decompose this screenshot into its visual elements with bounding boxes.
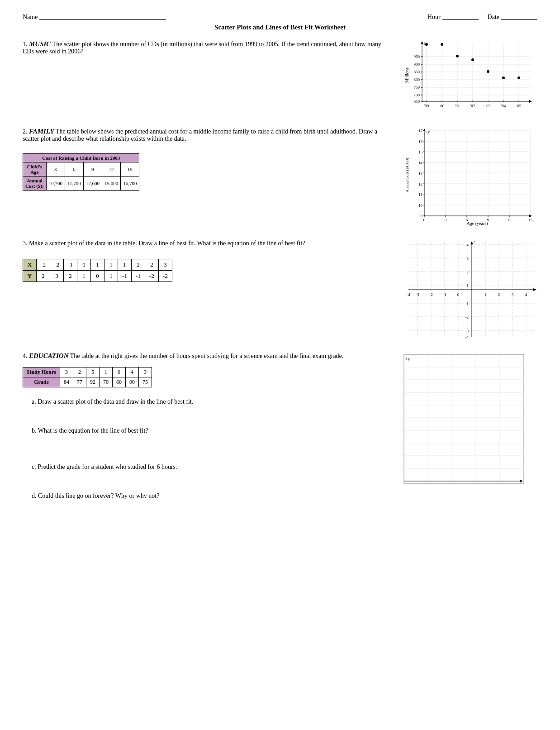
chart-2-svg: Annual Cost ($1000) Age (years) ↑y 9 10 …: [402, 128, 533, 227]
problem-1-text: 1. MUSIC The scatter plot shows the numb…: [23, 40, 393, 55]
sub-question-a: a. Draw a scatter plot of the data and d…: [32, 398, 393, 406]
svg-text:750: 750: [414, 85, 420, 90]
problem-4-left: 4. EDUCATION The table at the right give…: [23, 352, 393, 503]
svg-point-50: [471, 58, 474, 61]
name-section: Name: [23, 14, 166, 21]
svg-text:17: 17: [418, 129, 423, 133]
sh-4: 1: [100, 367, 113, 377]
sub-question-c: c. Predict the grade for a student who s…: [32, 463, 393, 471]
y-val2: 3: [50, 271, 64, 282]
gr-1: 84: [60, 377, 73, 387]
svg-text:'00: '00: [440, 104, 445, 108]
grade-header: Grade: [23, 377, 60, 387]
problem-3-text: 3. Make a scatter plot of the data in th…: [23, 240, 397, 247]
xy-table: X -2 -2 -1 0 1 1 1 2 2 3 Y 2 3 2: [23, 259, 172, 282]
gr-5: 60: [113, 377, 126, 387]
svg-text:Age (years): Age (years): [467, 221, 488, 226]
svg-text:14: 14: [418, 161, 423, 165]
sh-1: 3: [60, 367, 73, 377]
x-val10: 3: [159, 259, 172, 271]
svg-text:Millions: Millions: [404, 67, 409, 83]
problem-4: 4. EDUCATION The table at the right give…: [23, 352, 537, 503]
sub-question-b: b. What is the equation for the line of …: [32, 427, 393, 434]
table-row2-val4: 15,000: [102, 177, 120, 191]
problem-2-text: 2. FAMILY The table below shows the pred…: [23, 128, 393, 191]
svg-text:800: 800: [414, 77, 420, 82]
svg-point-51: [487, 70, 489, 73]
x-val1: -2: [37, 259, 50, 271]
svg-text:↑y: ↑y: [405, 356, 410, 361]
x-val9: 2: [145, 259, 159, 271]
svg-text:0: 0: [457, 292, 460, 297]
svg-text:'02: '02: [470, 104, 475, 108]
svg-text:-2: -2: [429, 292, 433, 297]
x-val2: -2: [50, 259, 64, 271]
problem-1-body: The scatter plot shows the number of CDs…: [23, 41, 381, 55]
table-row1-val5: 15: [121, 162, 139, 177]
problem-2-keyword: FAMILY: [29, 128, 54, 135]
hour-section: Hour: [427, 14, 479, 21]
y-row-header: Y: [23, 271, 37, 282]
svg-text:-1: -1: [443, 292, 446, 297]
chart-1-area: Millions 650 700 750 800 850 900 950: [402, 40, 537, 117]
svg-point-47: [425, 43, 428, 46]
table-row2-val5: 16,700: [121, 177, 139, 191]
gr-4: 70: [100, 377, 113, 387]
chart-4-area: ↑y: [402, 352, 537, 503]
y-val1: 2: [37, 271, 50, 282]
x-val3: -1: [64, 259, 77, 271]
svg-text:15: 15: [529, 218, 533, 222]
date-line: [501, 19, 537, 20]
gr-6: 90: [126, 377, 139, 387]
y-val6: 1: [104, 271, 118, 282]
date-label: Date: [488, 14, 499, 21]
problem-4-body: The table at the right gives the number …: [70, 353, 344, 359]
svg-text:↑: ↑: [473, 240, 475, 244]
problem-3-number: 3.: [23, 240, 28, 247]
problem-4-text: 4. EDUCATION The table at the right give…: [23, 352, 393, 360]
svg-text:10: 10: [418, 203, 423, 208]
x-val4: 0: [77, 259, 91, 271]
x-val5: 1: [91, 259, 104, 271]
sh-6: 4: [126, 367, 139, 377]
chart-4-svg: ↑y: [402, 352, 528, 488]
y-val10: -2: [159, 271, 172, 282]
svg-text:700: 700: [414, 93, 420, 97]
svg-text:'03: '03: [486, 104, 491, 108]
problem-3-left: 3. Make a scatter plot of the data in th…: [23, 240, 397, 282]
table-row2-val1: 10,700: [46, 177, 65, 191]
y-val8: -1: [132, 271, 145, 282]
table-row1-header: Child'sAge: [23, 162, 47, 177]
svg-text:13: 13: [418, 171, 423, 176]
svg-text:2: 2: [467, 270, 469, 274]
svg-text:-4: -4: [465, 335, 469, 339]
table-row1-val1: 3: [46, 162, 65, 177]
problem-2: 2. FAMILY The table below shows the pred…: [23, 128, 537, 229]
problem-4-keyword: EDUCATION: [29, 352, 69, 359]
svg-text:-3: -3: [465, 329, 469, 333]
svg-text:'99: '99: [424, 104, 429, 108]
svg-marker-3: [529, 100, 532, 103]
svg-text:16: 16: [418, 139, 423, 144]
svg-text:0: 0: [423, 218, 426, 222]
svg-text:↑y: ↑y: [426, 129, 430, 134]
svg-text:11: 11: [418, 192, 422, 197]
name-line: [39, 19, 166, 20]
problem-1-keyword: MUSIC: [29, 40, 51, 48]
gr-3: 92: [86, 377, 100, 387]
child-cost-table: Cost of Raising a Child Born in 2003 Chi…: [23, 153, 139, 191]
problem-3-body: Make a scatter plot of the data in the t…: [29, 240, 305, 247]
svg-text:'01: '01: [455, 104, 460, 108]
svg-point-49: [456, 55, 459, 57]
study-hours-table: Study Hours 3 2 5 1 0 4 3 Grade 84 77 92…: [23, 367, 152, 387]
y-val5: 0: [91, 271, 104, 282]
page-title: Scatter Plots and Lines of Best Fit Work…: [23, 24, 537, 31]
gr-7: 75: [139, 377, 152, 387]
svg-text:3: 3: [445, 218, 447, 222]
svg-text:9: 9: [421, 214, 423, 218]
sh-3: 5: [86, 367, 100, 377]
hour-line: [442, 19, 479, 20]
study-hours-header: Study Hours: [23, 367, 60, 377]
problem-1-number: 1.: [23, 41, 28, 48]
svg-text:-4: -4: [407, 292, 410, 297]
